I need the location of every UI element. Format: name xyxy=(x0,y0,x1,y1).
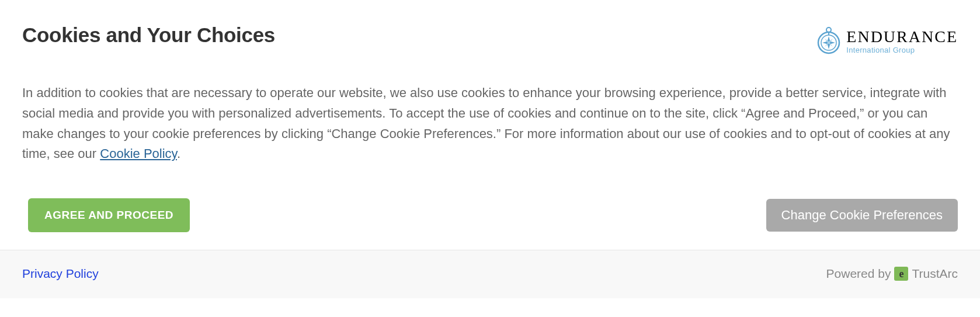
powered-by-prefix: Powered by xyxy=(826,267,891,281)
banner-description: In addition to cookies that are necessar… xyxy=(22,83,958,164)
description-part2: . xyxy=(177,146,180,161)
powered-by: Powered by e TrustArc xyxy=(826,267,958,281)
cookie-consent-banner: Cookies and Your Choices ENDUR xyxy=(0,0,980,250)
compass-icon xyxy=(816,27,842,55)
banner-footer: Privacy Policy Powered by e TrustArc xyxy=(0,250,980,298)
privacy-policy-link[interactable]: Privacy Policy xyxy=(22,267,99,281)
change-cookie-preferences-button[interactable]: Change Cookie Preferences xyxy=(766,199,958,232)
brand-name-main: ENDURANCE xyxy=(846,29,958,45)
cookie-policy-link[interactable]: Cookie Policy xyxy=(100,146,177,161)
banner-title: Cookies and Your Choices xyxy=(22,23,275,47)
trustarc-icon: e xyxy=(894,267,908,281)
brand-logo: ENDURANCE International Group xyxy=(816,23,958,55)
brand-name-sub: International Group xyxy=(846,46,958,54)
header-row: Cookies and Your Choices ENDUR xyxy=(22,23,958,55)
powered-by-name: TrustArc xyxy=(912,267,958,281)
brand-text: ENDURANCE International Group xyxy=(846,29,958,54)
agree-and-proceed-button[interactable]: AGREE AND PROCEED xyxy=(28,198,190,232)
button-row: AGREE AND PROCEED Change Cookie Preferen… xyxy=(22,198,958,232)
